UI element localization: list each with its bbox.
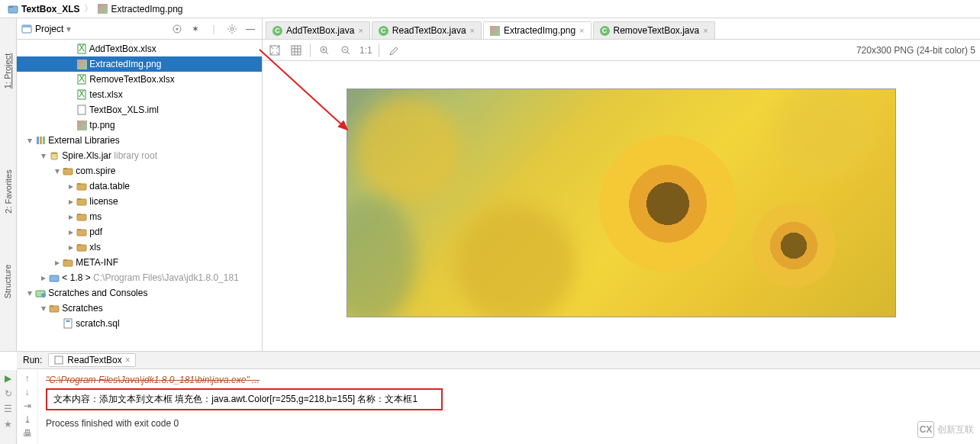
svg-rect-38 — [64, 319, 72, 328]
tree-arrow-icon: ▾ — [24, 288, 35, 298]
close-icon[interactable]: × — [579, 26, 584, 35]
fit-zoom-icon[interactable] — [267, 43, 282, 58]
svg-rect-21 — [77, 184, 86, 190]
tree-label: RemoveTextBox.xlsx — [87, 74, 175, 85]
svg-text:X: X — [79, 74, 85, 84]
run-panel-header: Run: ReadTextBox × — [17, 351, 980, 369]
breadcrumb-root-label: TextBox_XLS — [21, 4, 79, 14]
left-tool-rail: 1: Project 2: Favorites Structure — [0, 18, 17, 351]
stop-icon[interactable]: ↻ — [5, 388, 12, 399]
watermark: CX 创新互联 — [917, 421, 974, 438]
star-icon[interactable]: ★ — [4, 419, 12, 430]
console-command-line: "C:\Program Files\Java\jdk1.8.0_181\bin\… — [46, 375, 972, 385]
tree-row[interactable]: scratch.sql — [17, 316, 262, 331]
grid-icon[interactable] — [289, 43, 304, 58]
editor-tab[interactable]: CRemoveTextBox.java× — [593, 21, 715, 39]
file-icon — [49, 272, 60, 283]
tree-label: scratch.sql — [73, 318, 120, 329]
tree-label: TextBox_XLS.iml — [87, 105, 159, 115]
svg-rect-30 — [77, 244, 81, 246]
close-icon[interactable]: × — [358, 26, 363, 35]
expand-all-icon[interactable]: ✶ — [189, 22, 202, 36]
tree-row[interactable]: X AddTextBox.xlsx — [17, 41, 262, 56]
svg-rect-26 — [77, 214, 81, 215]
close-icon[interactable]: × — [703, 26, 708, 35]
tree-row[interactable]: X RemoveTextBox.xlsx — [17, 72, 262, 87]
file-icon — [76, 211, 87, 222]
svg-rect-22 — [77, 183, 81, 185]
hide-icon[interactable]: — — [243, 22, 257, 36]
tree-row[interactable]: ▾ Scratches and Consoles — [17, 285, 262, 301]
image-viewer[interactable] — [263, 61, 980, 351]
tree-row[interactable]: ▸ data.table — [17, 179, 262, 194]
color-picker-icon[interactable] — [385, 43, 401, 58]
tree-row[interactable]: ▸ < 1.8 > C:\Program Files\Java\jdk1.8.0… — [17, 270, 262, 285]
svg-rect-37 — [50, 305, 53, 307]
rail-structure-tab[interactable]: Structure — [2, 259, 15, 304]
java-class-icon: C — [272, 26, 282, 36]
svg-rect-36 — [50, 306, 59, 312]
tree-label: < 1.8 > C:\Program Files\Java\jdk1.8.0_1… — [60, 272, 239, 283]
tree-arrow-icon: ▸ — [66, 242, 76, 253]
project-view-selector[interactable]: Project ▾ — [21, 24, 71, 34]
tree-row[interactable]: ▾ External Libraries — [17, 133, 262, 148]
close-icon[interactable]: × — [470, 26, 475, 35]
editor-tab[interactable]: ExtractedImg.png× — [483, 21, 592, 39]
tree-row[interactable]: X test.xlsx — [17, 87, 262, 102]
file-icon — [76, 196, 87, 207]
tree-row[interactable]: ▸ META-INF — [17, 255, 262, 270]
tree-label: External Libraries — [46, 135, 120, 146]
tree-label: META-INF — [73, 257, 118, 268]
zoom-out-icon[interactable] — [338, 43, 353, 58]
file-icon — [49, 303, 60, 314]
tree-row[interactable]: ▾ Scratches — [17, 301, 262, 316]
tree-row[interactable]: TextBox_XLS.iml — [17, 102, 262, 117]
image-info-label: 720x300 PNG (24-bit color) 5 — [856, 45, 975, 56]
breadcrumb-file-label: ExtractedImg.png — [111, 4, 182, 14]
up-stack-icon[interactable]: ↑ — [25, 373, 30, 384]
tree-row[interactable]: ▾ Spire.Xls.jar library root — [17, 148, 262, 163]
tree-arrow-icon: ▸ — [52, 257, 63, 268]
editor-tab[interactable]: CAddTextBox.java× — [266, 21, 370, 39]
tree-row[interactable]: ▸ ms — [17, 209, 262, 224]
file-icon — [35, 135, 46, 146]
more-icon[interactable]: ☰ — [4, 404, 12, 414]
breadcrumb-file[interactable]: ExtractedImg.png — [95, 4, 185, 14]
rerun-icon[interactable]: ▶ — [5, 373, 11, 384]
tree-row[interactable]: ▾ com.spire — [17, 163, 262, 179]
svg-rect-24 — [77, 198, 81, 200]
run-config-tab[interactable]: ReadTextBox × — [48, 353, 135, 367]
breadcrumb-separator-icon: 〉 — [84, 2, 93, 15]
zoom-ratio-label: 1:1 — [359, 45, 372, 56]
console-output[interactable]: "C:\Program Files\Java\jdk1.8.0_181\bin\… — [38, 370, 980, 444]
down-stack-icon[interactable]: ↓ — [25, 387, 30, 397]
tab-label: ExtractedImg.png — [504, 25, 575, 36]
tree-label: test.xlsx — [87, 89, 123, 100]
tree-row[interactable]: ExtractedImg.png — [17, 56, 262, 72]
close-icon[interactable]: × — [125, 355, 131, 365]
print-icon[interactable]: 🖶 — [23, 428, 32, 439]
tree-arrow-icon: ▾ — [38, 303, 49, 314]
project-tree[interactable]: X AddTextBox.xlsx ExtractedImg.pngX Remo… — [17, 40, 262, 351]
tree-label: com.spire — [73, 166, 115, 176]
locate-icon[interactable] — [170, 22, 184, 36]
breadcrumb-root[interactable]: TextBox_XLS — [5, 4, 82, 14]
svg-rect-3 — [22, 25, 31, 27]
tab-label: AddTextBox.java — [286, 25, 354, 36]
soft-wrap-icon[interactable]: ⇥ — [24, 401, 31, 411]
scroll-end-icon[interactable]: ⤓ — [24, 414, 31, 425]
tree-label: tp.png — [87, 120, 115, 130]
tree-row[interactable]: tp.png — [17, 117, 262, 133]
tree-arrow-icon: ▸ — [66, 181, 76, 191]
tree-row[interactable]: ▸ pdf — [17, 224, 262, 240]
project-sidebar: Project ▾ ✶ | — X AddTextBox.xlsx Extrac… — [17, 18, 263, 351]
file-icon: X — [76, 89, 87, 100]
settings-gear-icon[interactable] — [225, 22, 239, 36]
tree-row[interactable]: ▸ license — [17, 194, 262, 209]
tree-row[interactable]: ▸ xls — [17, 240, 262, 255]
editor-tab[interactable]: CReadTextBox.java× — [372, 21, 482, 39]
zoom-in-icon[interactable] — [317, 43, 332, 58]
rail-project-tab[interactable]: 1: Project — [2, 48, 15, 94]
editor-area: CAddTextBox.java×CReadTextBox.java×Extra… — [263, 18, 980, 351]
rail-favorites-tab[interactable]: 2: Favorites — [2, 164, 15, 218]
